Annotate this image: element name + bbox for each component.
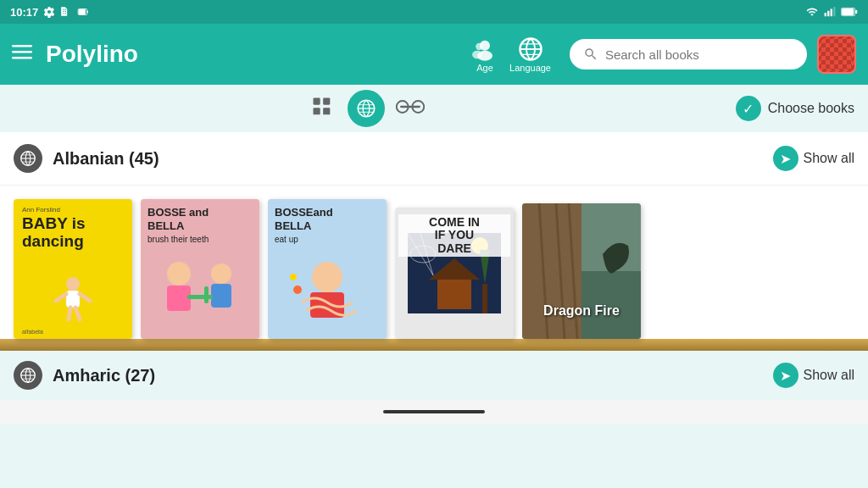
svg-rect-12 <box>12 57 32 59</box>
svg-rect-10 <box>12 45 32 47</box>
svg-line-31 <box>75 308 80 319</box>
svg-rect-36 <box>187 295 213 299</box>
language-icon <box>518 36 543 62</box>
svg-rect-33 <box>167 286 191 311</box>
settings-icon <box>43 6 55 18</box>
svg-point-41 <box>290 274 297 280</box>
main-content: Albanian (45) ➤ Show all Ann Forslind BA… <box>0 132 868 351</box>
book-come-in-dare[interactable]: COME INIF YOUDARE <box>395 208 514 339</box>
book1-author: Ann Forslind <box>22 206 124 214</box>
svg-rect-11 <box>12 51 32 53</box>
view-buttons <box>302 90 431 127</box>
svg-rect-3 <box>825 13 826 16</box>
svg-rect-35 <box>211 284 231 308</box>
time-display: 10:17 <box>10 6 38 19</box>
svg-rect-37 <box>204 286 209 303</box>
book3-title: BOSSEandBELLAeat up <box>275 206 380 246</box>
albanian-show-all-label: Show all <box>804 151 854 166</box>
book4-title: COME INIF YOUDARE <box>398 214 510 257</box>
svg-rect-1 <box>87 11 88 13</box>
book-baby-dancing[interactable]: Ann Forslind BABY isdancing alfabeta <box>14 199 132 339</box>
logo-text: Polylino <box>46 41 138 68</box>
svg-rect-27 <box>66 291 80 308</box>
svg-rect-19 <box>314 108 320 114</box>
avatar-button[interactable] <box>817 35 856 74</box>
svg-point-15 <box>476 42 482 49</box>
globe-view-button[interactable] <box>348 90 385 127</box>
amharic-show-all-arrow-icon: ➤ <box>773 363 798 388</box>
choose-books-label: Choose books <box>768 101 854 116</box>
albanian-section-header: Albanian (45) ➤ Show all <box>0 132 868 186</box>
search-bar[interactable] <box>570 39 807 69</box>
albanian-show-all-button[interactable]: ➤ Show all <box>773 146 854 171</box>
svg-rect-49 <box>482 284 487 313</box>
status-right <box>805 6 858 18</box>
svg-rect-18 <box>314 98 320 105</box>
age-filter[interactable]: Age <box>472 36 498 73</box>
link-view-button[interactable] <box>390 90 431 124</box>
albanian-title: Albanian (45) <box>53 149 773 169</box>
book-bosse-bella-eat[interactable]: BOSSEandBELLAeat up <box>268 199 387 339</box>
book1-illustration <box>47 275 98 322</box>
shelf-line <box>0 339 868 351</box>
choose-books-button[interactable]: ✓ Choose books <box>736 96 854 121</box>
amharic-title: Amharic (27) <box>53 366 773 385</box>
svg-rect-9 <box>842 8 854 15</box>
svg-rect-8 <box>855 10 857 14</box>
book-dragon-fire[interactable]: Dragon Fire <box>522 203 641 339</box>
check-icon: ✓ <box>736 96 761 121</box>
language-label: Language <box>509 63 551 73</box>
book3-illustration <box>281 252 374 328</box>
svg-rect-20 <box>323 98 330 105</box>
amharic-globe-icon <box>14 361 42 390</box>
battery-icon-top <box>77 6 89 18</box>
svg-rect-2 <box>79 9 86 14</box>
age-icon <box>472 36 498 62</box>
books-row: Ann Forslind BABY isdancing alfabeta <box>14 199 854 339</box>
grid-view-button[interactable] <box>302 90 342 124</box>
book2-illustration <box>153 252 247 329</box>
status-left: 10:17 <box>10 6 89 19</box>
albanian-globe-icon <box>14 144 42 173</box>
svg-point-26 <box>66 277 80 291</box>
svg-marker-44 <box>437 280 471 309</box>
book-bosse-bella-teeth[interactable]: BOSSE andBELLAbrush their teeth <box>141 199 259 339</box>
menu-icon[interactable] <box>12 42 32 67</box>
nav-bar <box>0 400 868 424</box>
age-label: Age <box>476 63 493 73</box>
header-icons: Age Language <box>472 36 551 73</box>
wifi-icon <box>805 6 819 18</box>
svg-line-30 <box>69 308 70 319</box>
svg-line-28 <box>56 294 66 301</box>
svg-rect-6 <box>833 7 835 16</box>
signal-icon <box>824 6 836 18</box>
book1-publisher: alfabeta <box>22 329 43 335</box>
svg-point-32 <box>167 262 191 286</box>
status-bar: 10:17 <box>0 0 868 24</box>
battery-icon <box>841 6 858 18</box>
sim-icon <box>60 6 72 18</box>
show-all-arrow-icon: ➤ <box>773 146 798 171</box>
header: Polylino Age Language <box>0 24 868 85</box>
nav-indicator <box>383 410 485 413</box>
book5-title: Dragon Fire <box>526 302 637 319</box>
toolbar: ✓ Choose books <box>0 85 868 132</box>
svg-line-29 <box>80 294 90 301</box>
svg-rect-5 <box>831 9 832 17</box>
search-icon <box>583 46 598 63</box>
amharic-section-header: Amharic (27) ➤ Show all <box>0 351 868 400</box>
svg-rect-4 <box>827 11 829 16</box>
search-input[interactable] <box>605 47 793 62</box>
amharic-show-all-label: Show all <box>804 368 854 383</box>
svg-point-40 <box>293 286 302 294</box>
svg-rect-21 <box>323 108 330 114</box>
book1-title: BABY isdancing <box>22 215 124 251</box>
book2-title: BOSSE andBELLAbrush their teeth <box>147 206 253 246</box>
svg-point-16 <box>472 50 482 58</box>
amharic-show-all-button[interactable]: ➤ Show all <box>773 363 854 388</box>
svg-point-38 <box>312 262 342 292</box>
books-container: Ann Forslind BABY isdancing alfabeta <box>0 186 868 351</box>
svg-point-34 <box>211 263 231 284</box>
language-filter[interactable]: Language <box>509 36 551 73</box>
